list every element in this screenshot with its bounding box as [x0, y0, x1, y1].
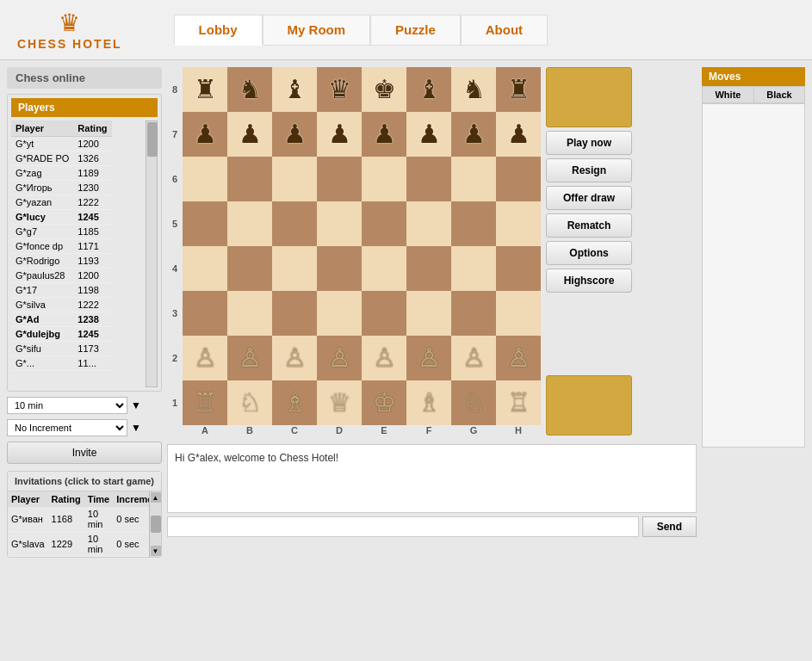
- table-row[interactable]: G*dulejbg1245: [11, 327, 112, 342]
- nav-myroom[interactable]: My Room: [263, 15, 371, 46]
- board-cell[interactable]: ♘: [227, 380, 272, 425]
- players-scrollbar[interactable]: [146, 120, 158, 387]
- board-cell[interactable]: [496, 201, 541, 246]
- board-cell[interactable]: ♖: [183, 380, 227, 425]
- chess-piece[interactable]: ♘: [462, 390, 486, 416]
- table-row[interactable]: G*Игорь1230: [11, 181, 112, 195]
- resign-button[interactable]: Resign: [546, 158, 632, 182]
- board-cell[interactable]: [496, 246, 541, 291]
- nav-lobby[interactable]: Lobby: [174, 15, 263, 46]
- board-cell[interactable]: [317, 157, 362, 201]
- board-cell[interactable]: [362, 246, 406, 291]
- board-cell[interactable]: ♘: [451, 380, 496, 425]
- board-cell[interactable]: [362, 157, 406, 201]
- chess-piece[interactable]: ♙: [418, 345, 441, 371]
- chess-piece[interactable]: ♟: [239, 121, 262, 147]
- board-cell[interactable]: [362, 201, 406, 246]
- chess-piece[interactable]: ♘: [239, 390, 262, 416]
- chat-input[interactable]: [167, 516, 639, 537]
- board-cell[interactable]: ♟: [183, 112, 227, 157]
- inv-scroll-up[interactable]: ▲: [151, 492, 161, 503]
- chess-piece[interactable]: ♖: [507, 390, 530, 416]
- board-cell[interactable]: ♗: [272, 380, 317, 425]
- board-cell[interactable]: ♟: [227, 112, 272, 157]
- chess-board[interactable]: ♜♞♝♛♚♝♞♜♟♟♟♟♟♟♟♟♙♙♙♙♙♙♙♙♖♘♗♕♔♗♘♖: [183, 67, 541, 425]
- board-cell[interactable]: [272, 157, 317, 201]
- chess-piece[interactable]: ♙: [373, 345, 396, 371]
- nav-about[interactable]: About: [461, 15, 548, 46]
- board-cell[interactable]: ♗: [406, 380, 451, 425]
- board-cell[interactable]: ♙: [451, 336, 496, 380]
- table-row[interactable]: G*lucy1245: [11, 210, 112, 225]
- chess-piece[interactable]: ♞: [239, 77, 262, 102]
- table-row[interactable]: G*RADE PO1326: [11, 151, 112, 166]
- chess-piece[interactable]: ♞: [462, 77, 486, 102]
- chess-piece[interactable]: ♛: [328, 77, 351, 102]
- board-cell[interactable]: [451, 246, 496, 291]
- chess-piece[interactable]: ♝: [283, 77, 307, 102]
- board-cell[interactable]: ♟: [272, 112, 317, 157]
- chess-piece[interactable]: ♙: [462, 345, 486, 371]
- board-cell[interactable]: [406, 291, 451, 336]
- board-cell[interactable]: ♜: [183, 67, 227, 112]
- invite-button[interactable]: Invite: [7, 442, 162, 464]
- table-row[interactable]: G*paulus281200: [11, 269, 112, 283]
- table-row[interactable]: G*zag1189: [11, 166, 112, 181]
- table-row[interactable]: G*171198: [11, 283, 112, 298]
- play-now-button[interactable]: Play now: [546, 131, 632, 155]
- board-cell[interactable]: ♟: [317, 112, 362, 157]
- board-cell[interactable]: ♙: [183, 336, 227, 380]
- board-cell[interactable]: ♝: [272, 67, 317, 112]
- chess-piece[interactable]: ♔: [373, 390, 396, 416]
- table-row[interactable]: G*g71185: [11, 225, 112, 239]
- board-cell[interactable]: [183, 291, 227, 336]
- increment-select[interactable]: No Increment1 sec2 sec5 sec: [7, 419, 127, 436]
- board-cell[interactable]: ♙: [272, 336, 317, 380]
- table-row[interactable]: G*fonce dp1171: [11, 239, 112, 254]
- list-item[interactable]: G*иван116810 min0 sec: [8, 507, 149, 532]
- chess-piece[interactable]: ♟: [328, 121, 351, 147]
- board-cell[interactable]: ♝: [406, 67, 451, 112]
- board-cell[interactable]: ♚: [362, 67, 406, 112]
- rematch-button[interactable]: Rematch: [546, 213, 632, 238]
- table-row[interactable]: G*Ad1238: [11, 312, 112, 327]
- chess-piece[interactable]: ♜: [194, 77, 217, 102]
- board-cell[interactable]: [362, 291, 406, 336]
- board-cell[interactable]: [183, 246, 227, 291]
- board-cell[interactable]: [272, 201, 317, 246]
- board-cell[interactable]: ♟: [451, 112, 496, 157]
- nav-puzzle[interactable]: Puzzle: [370, 15, 461, 46]
- chess-piece[interactable]: ♜: [507, 77, 530, 102]
- board-cell[interactable]: ♙: [496, 336, 541, 380]
- table-row[interactable]: G*yazan1222: [11, 195, 112, 210]
- board-cell[interactable]: ♕: [317, 380, 362, 425]
- board-cell[interactable]: [227, 201, 272, 246]
- chess-piece[interactable]: ♝: [418, 77, 441, 102]
- board-cell[interactable]: [183, 157, 227, 201]
- board-cell[interactable]: [227, 246, 272, 291]
- board-cell[interactable]: [496, 157, 541, 201]
- board-cell[interactable]: ♖: [496, 380, 541, 425]
- board-cell[interactable]: ♔: [362, 380, 406, 425]
- board-cell[interactable]: ♜: [496, 67, 541, 112]
- chess-piece[interactable]: ♟: [373, 121, 396, 147]
- board-cell[interactable]: ♙: [317, 336, 362, 380]
- board-cell[interactable]: [406, 201, 451, 246]
- offer-draw-button[interactable]: Offer draw: [546, 186, 632, 210]
- chess-piece[interactable]: ♟: [507, 121, 530, 147]
- table-row[interactable]: G*Rodrigo1193: [11, 254, 112, 269]
- board-cell[interactable]: ♞: [451, 67, 496, 112]
- board-cell[interactable]: ♟: [496, 112, 541, 157]
- chess-piece[interactable]: ♟: [283, 121, 307, 147]
- chess-piece[interactable]: ♙: [194, 345, 217, 371]
- options-button[interactable]: Options: [546, 241, 632, 265]
- board-cell[interactable]: [317, 246, 362, 291]
- board-cell[interactable]: [496, 291, 541, 336]
- board-cell[interactable]: ♟: [406, 112, 451, 157]
- chess-piece[interactable]: ♗: [418, 390, 441, 416]
- board-cell[interactable]: [451, 291, 496, 336]
- board-cell[interactable]: [227, 291, 272, 336]
- send-button[interactable]: Send: [642, 516, 697, 537]
- highscore-button[interactable]: Highscore: [546, 269, 632, 293]
- board-cell[interactable]: [317, 201, 362, 246]
